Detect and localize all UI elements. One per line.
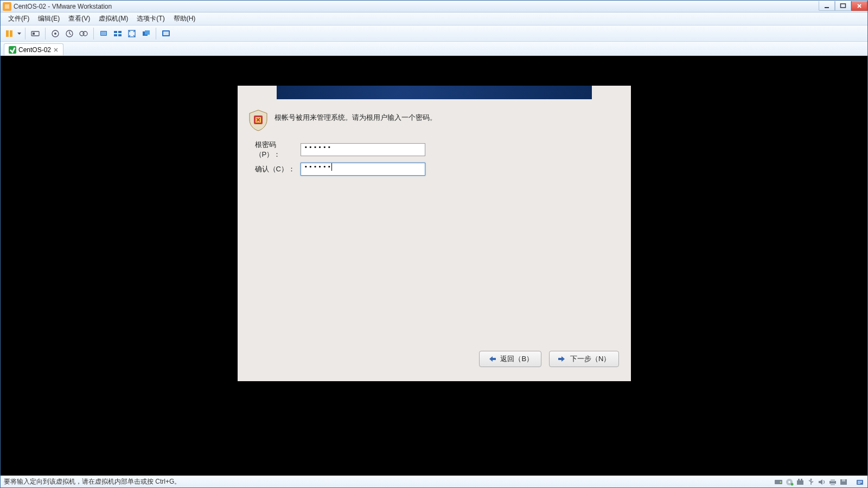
confirm-password-value: •••••• bbox=[304, 163, 333, 170]
thumbnail-view-icon[interactable] bbox=[111, 27, 124, 40]
sound-card-icon[interactable] bbox=[818, 478, 826, 486]
window-controls bbox=[819, 2, 867, 11]
power-dropdown-icon[interactable] bbox=[17, 33, 22, 35]
send-cad-icon[interactable] bbox=[29, 27, 42, 40]
vm-tab[interactable]: CentOS-02 bbox=[4, 43, 63, 55]
svg-rect-41 bbox=[842, 479, 845, 481]
installer-header-bar bbox=[277, 86, 592, 99]
svg-rect-45 bbox=[858, 483, 860, 484]
installer-description: 根帐号被用来管理系统。请为根用户输入一个密码。 bbox=[275, 109, 437, 124]
statusbar-hint: 要将输入定向到该虚拟机，请在虚拟机内部单击或按 Ctrl+G。 bbox=[4, 477, 181, 486]
svg-rect-16 bbox=[118, 31, 122, 33]
svg-rect-14 bbox=[101, 31, 106, 35]
menu-file[interactable]: 文件(F) bbox=[4, 12, 34, 25]
toolbar-separator bbox=[25, 28, 25, 40]
menu-tabs[interactable]: 选项卡(T) bbox=[132, 12, 169, 25]
svg-rect-17 bbox=[114, 34, 117, 36]
message-log-icon[interactable] bbox=[856, 478, 864, 486]
menu-view[interactable]: 查看(V) bbox=[64, 12, 94, 25]
show-console-icon[interactable] bbox=[97, 27, 110, 40]
toolbar bbox=[1, 25, 867, 42]
confirm-password-label: 确认（C）： bbox=[255, 164, 297, 174]
back-button-label: 返回（B） bbox=[500, 354, 533, 364]
menubar: 文件(F) 编辑(E) 查看(V) 虚拟机(M) 选项卡(T) 帮助(H) bbox=[1, 12, 867, 25]
svg-rect-15 bbox=[114, 31, 117, 33]
svg-rect-33 bbox=[797, 480, 803, 485]
window-title: CentOS-02 - VMware Workstation bbox=[14, 3, 112, 10]
svg-point-12 bbox=[83, 31, 87, 36]
root-password-input[interactable]: •••••• bbox=[301, 143, 425, 156]
revert-snapshot-icon[interactable] bbox=[63, 27, 76, 40]
svg-rect-34 bbox=[798, 479, 800, 481]
root-password-shield-icon bbox=[247, 109, 269, 132]
centos-installer: 根帐号被用来管理系统。请为根用户输入一个密码。 根密码（P）： •••••• 确… bbox=[238, 86, 631, 381]
vm-display-area[interactable]: 根帐号被用来管理系统。请为根用户输入一个密码。 根密码（P）： •••••• 确… bbox=[1, 56, 867, 476]
vmware-window: CentOS-02 - VMware Workstation 文件(F) 编辑(… bbox=[0, 0, 868, 488]
svg-rect-1 bbox=[5, 4, 9, 9]
network-adapter-icon[interactable] bbox=[796, 478, 805, 486]
root-password-label: 根密码（P）： bbox=[255, 140, 297, 159]
svg-rect-23 bbox=[163, 31, 169, 35]
power-on-icon[interactable] bbox=[3, 27, 16, 40]
svg-rect-5 bbox=[10, 30, 12, 37]
vm-tab-icon bbox=[9, 46, 16, 54]
maximize-button[interactable] bbox=[835, 1, 851, 11]
tabstrip: CentOS-02 bbox=[1, 42, 867, 56]
svg-rect-35 bbox=[801, 479, 802, 481]
fullscreen-icon[interactable] bbox=[159, 27, 173, 40]
toolbar-separator bbox=[156, 28, 156, 40]
svg-point-9 bbox=[54, 33, 56, 35]
svg-rect-43 bbox=[858, 481, 862, 481]
text-cursor bbox=[331, 163, 332, 171]
svg-point-31 bbox=[788, 481, 790, 483]
svg-rect-7 bbox=[33, 33, 35, 35]
svg-rect-18 bbox=[118, 34, 122, 36]
confirm-password-input[interactable]: •••••• bbox=[301, 163, 425, 176]
arrow-left-icon bbox=[487, 355, 497, 363]
manage-snapshots-icon[interactable] bbox=[77, 27, 90, 40]
close-button[interactable] bbox=[851, 1, 867, 11]
svg-point-32 bbox=[791, 483, 794, 485]
usb-controller-icon[interactable] bbox=[807, 478, 815, 486]
svg-rect-2 bbox=[825, 7, 829, 8]
arrow-right-icon bbox=[557, 355, 567, 363]
svg-rect-21 bbox=[145, 30, 150, 35]
tab-close-icon[interactable] bbox=[53, 47, 59, 53]
vm-device-icons bbox=[774, 478, 864, 486]
titlebar[interactable]: CentOS-02 - VMware Workstation bbox=[1, 1, 867, 12]
unity-icon[interactable] bbox=[139, 27, 152, 40]
vmware-app-icon bbox=[3, 2, 11, 11]
svg-rect-3 bbox=[841, 4, 846, 8]
cd-dvd-icon[interactable] bbox=[785, 478, 794, 486]
vm-tab-label: CentOS-02 bbox=[18, 46, 51, 54]
statusbar: 要将输入定向到该虚拟机，请在虚拟机内部单击或按 Ctrl+G。 bbox=[1, 476, 867, 487]
installer-body: 根帐号被用来管理系统。请为根用户输入一个密码。 根密码（P）： •••••• 确… bbox=[238, 99, 631, 381]
svg-rect-38 bbox=[831, 479, 835, 481]
menu-help[interactable]: 帮助(H) bbox=[169, 12, 200, 25]
installer-footer: 返回（B） 下一步（N） bbox=[247, 346, 621, 376]
printer-icon[interactable] bbox=[828, 478, 837, 486]
svg-rect-44 bbox=[858, 482, 862, 483]
toolbar-separator bbox=[45, 28, 46, 40]
svg-point-29 bbox=[780, 481, 782, 483]
toolbar-separator bbox=[93, 28, 94, 40]
menu-edit[interactable]: 编辑(E) bbox=[34, 12, 64, 25]
snapshot-icon[interactable] bbox=[49, 27, 62, 40]
minimize-button[interactable] bbox=[819, 1, 835, 11]
next-button[interactable]: 下一步（N） bbox=[549, 351, 618, 367]
svg-point-36 bbox=[810, 478, 812, 480]
svg-rect-26 bbox=[492, 358, 496, 360]
menu-vm[interactable]: 虚拟机(M) bbox=[94, 12, 132, 25]
svg-rect-39 bbox=[831, 483, 835, 485]
floppy-icon[interactable] bbox=[839, 478, 848, 486]
hard-disk-icon[interactable] bbox=[774, 478, 783, 486]
root-password-value: •••••• bbox=[304, 144, 333, 151]
next-button-label: 下一步（N） bbox=[570, 354, 610, 364]
back-button[interactable]: 返回（B） bbox=[479, 351, 541, 367]
svg-rect-4 bbox=[6, 30, 9, 37]
stretch-icon[interactable] bbox=[125, 27, 138, 40]
